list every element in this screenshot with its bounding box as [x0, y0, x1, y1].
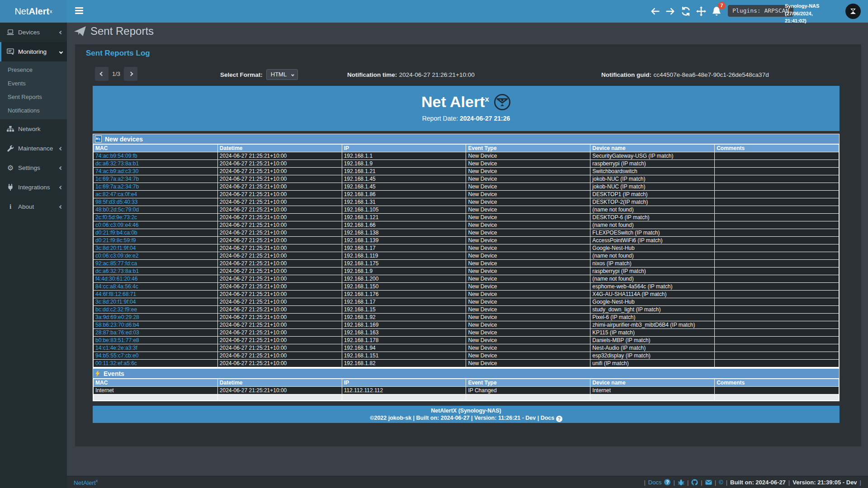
- mac-address-link[interactable]: dc:a6:32:73:8a:b1: [95, 268, 139, 274]
- table-cell: [715, 214, 839, 221]
- table-cell: 192.168.1.105: [342, 206, 466, 214]
- bug-report-icon[interactable]: [678, 479, 684, 486]
- mac-address-link[interactable]: d0:21:f9:b4:ca:0b: [95, 230, 137, 236]
- table-row: d0:21:f9:8c:59:f92024-06-27 21:25:21+10:…: [94, 237, 839, 244]
- mac-address-link[interactable]: ac:82:47:ca:0f:e4: [95, 191, 137, 197]
- sidebar-item-network[interactable]: Network: [0, 119, 67, 139]
- table-cell: 192.168.1.151: [342, 352, 466, 360]
- new-devices-title: New devices: [105, 136, 143, 143]
- notification-count-badge[interactable]: 7: [718, 2, 726, 9]
- column-header: Event Type: [466, 379, 590, 387]
- table-cell: 3c:8d:20:f1:9f:04: [94, 298, 218, 306]
- sidebar-item-maintenance[interactable]: Maintenance: [0, 139, 67, 158]
- sidebar-item-integrations[interactable]: Integrations: [0, 178, 67, 197]
- sidebar-item-monitoring[interactable]: Monitoring: [0, 42, 67, 61]
- report-title-sup: x: [485, 95, 489, 103]
- mail-icon[interactable]: [705, 479, 712, 486]
- table-row: dc:a6:32:73:8a:b12024-06-27 21:25:21+10:…: [94, 267, 839, 275]
- table-cell: 84:cc:a8:4a:56:4c: [94, 283, 218, 291]
- table-row: 1c:69:7a:a2:34:7b2024-06-27 21:25:21+10:…: [94, 183, 839, 191]
- mac-address-link[interactable]: 1c:69:7a:a2:34:7b: [95, 176, 139, 182]
- github-icon[interactable]: [691, 479, 698, 486]
- table-cell: raspberrypi (IP match): [590, 267, 715, 275]
- table-cell: 3c:8d:20:f1:9f:04: [94, 244, 218, 252]
- sidebar-item-sent-reports[interactable]: Sent Reports: [0, 90, 67, 104]
- copyright-icon[interactable]: ©: [719, 479, 723, 486]
- mac-address-link[interactable]: 98:5f:d3:d5:40:33: [95, 199, 137, 205]
- table-cell: 192.168.1.31: [342, 198, 466, 206]
- mac-address-link[interactable]: 3c:8d:20:f1:9f:04: [95, 299, 136, 305]
- mac-address-link[interactable]: 3c:8d:20:f1:9f:04: [95, 245, 136, 251]
- mac-address-link[interactable]: 44:6f:f8:12:68:71: [95, 291, 136, 297]
- column-header: MAC: [94, 145, 218, 152]
- mac-address-link[interactable]: 14:c1:4e:2e:a3:3f: [95, 345, 137, 351]
- mac-address-link[interactable]: 1c:69:7a:a2:34:7b: [95, 183, 139, 190]
- table-cell: 192.168.1.121: [342, 214, 466, 221]
- mac-address-link[interactable]: 00:11:32:ef:a5:6c: [95, 360, 137, 366]
- sidebar-item-notifications[interactable]: Notifications: [0, 104, 67, 117]
- table-cell: [715, 329, 839, 337]
- mac-address-link[interactable]: 92:ac:85:77:fd:ca: [95, 260, 137, 267]
- mac-address-link[interactable]: b0:be:83:51:77:e8: [95, 337, 139, 343]
- forward-arrow-icon[interactable]: [665, 6, 675, 16]
- mac-address-link[interactable]: 84:cc:a8:4a:56:4c: [95, 283, 138, 290]
- mac-address-link[interactable]: 94:b5:55:c7:cb:e0: [95, 352, 138, 359]
- mac-address-link[interactable]: dc:a6:32:73:8a:b1: [95, 160, 139, 167]
- move-icon[interactable]: [696, 6, 706, 16]
- page-title: Sent Reports: [90, 25, 154, 38]
- mac-address-link[interactable]: c0:06:c3:09:e4:46: [95, 222, 138, 228]
- mac-address-link[interactable]: 74:ac:b9:ad:c3:30: [95, 168, 138, 174]
- table-cell: 192.168.1.15: [342, 306, 466, 314]
- table-cell: 2024-06-27 21:25:21+10:00: [217, 260, 342, 267]
- docs-link[interactable]: Docs: [648, 479, 662, 486]
- footer-brand[interactable]: NetAlertx: [74, 479, 98, 486]
- sidebar-item-about[interactable]: i About: [0, 197, 67, 216]
- sidebar-item-label: About: [18, 203, 60, 210]
- table-cell: [715, 344, 839, 352]
- events-table: MACDatetimeIPEvent TypeDevice nameCommen…: [93, 379, 839, 401]
- page-indicator: 1/3: [112, 70, 120, 77]
- next-page-button[interactable]: [124, 67, 137, 81]
- table-row: 94:b5:55:c7:cb:e02024-06-27 21:25:21+10:…: [94, 352, 839, 360]
- brand-net: Net: [14, 6, 28, 17]
- mac-address-link[interactable]: 48:b0:2d:5c:79:0d: [95, 206, 139, 213]
- table-row: 00:11:32:ef:a5:6c2024-06-27 21:25:21+10:…: [94, 360, 839, 367]
- refresh-icon[interactable]: [681, 6, 691, 16]
- monitoring-submenu: Presence Events Sent Reports Notificatio…: [0, 61, 67, 119]
- user-avatar[interactable]: [845, 4, 861, 19]
- table-cell: 2024-06-27 21:25:21+10:00: [217, 387, 342, 394]
- mac-address-link[interactable]: 3a:9d:69:e0:29:28: [95, 314, 139, 320]
- sidebar-item-presence[interactable]: Presence: [0, 63, 67, 77]
- plugins-badge[interactable]: Plugins: ARPSCAN: [728, 5, 793, 17]
- mac-address-link[interactable]: bc:dd:c2:32:f9:ee: [95, 306, 137, 313]
- docs-question-icon[interactable]: ?: [556, 416, 562, 422]
- mac-address-link[interactable]: d0:21:f9:8c:59:f9: [95, 237, 136, 244]
- table-cell: 192.168.1.17: [342, 298, 466, 306]
- table-cell: d0:21:f9:8c:59:f9: [94, 237, 218, 244]
- sidebar-item-devices[interactable]: Devices: [0, 23, 67, 42]
- mac-address-link[interactable]: f4:4d:30:61:20:46: [95, 276, 137, 282]
- table-cell: 2024-06-27 21:25:21+10:00: [217, 275, 342, 283]
- sidebar-item-settings[interactable]: ⚙ Settings: [0, 158, 67, 178]
- mac-address-link[interactable]: 58:b6:23:70:d6:b4: [95, 322, 139, 328]
- table-cell: 192.168.1.9: [342, 160, 466, 168]
- table-cell: 192.168.1.45: [342, 183, 466, 191]
- mac-address-link[interactable]: 28:87:ba:76:ed:03: [95, 329, 139, 336]
- mac-address-link[interactable]: c0:06:c3:09:de:e2: [95, 253, 138, 259]
- brand-logo[interactable]: NetAlertx: [0, 0, 67, 23]
- format-select[interactable]: HTML: [266, 69, 298, 80]
- back-arrow-icon[interactable]: [650, 6, 660, 16]
- top-navbar: NetAlertx 7 Plugins: ARPSCAN Synology-NA…: [0, 0, 868, 23]
- chevron-left-icon: [59, 30, 63, 34]
- mac-address-link[interactable]: 2c:f0:5d:9e:73:2c: [95, 214, 137, 221]
- table-cell: 2024-06-27 21:25:21+10:00: [217, 291, 342, 298]
- sidebar-item-events[interactable]: Events: [0, 77, 67, 90]
- table-cell: Google-Nest-Hub: [590, 298, 715, 306]
- help-question-icon[interactable]: ?: [664, 479, 670, 485]
- table-cell: New Device: [466, 275, 590, 283]
- report-footer: NetAlertX (Synology-NAS) ©2022 jokob-sk …: [93, 406, 840, 423]
- mac-address-link[interactable]: 74:ac:b9:54:09:fb: [95, 153, 137, 159]
- table-cell: SecurityGateway-USG (IP match): [590, 152, 715, 160]
- previous-page-button[interactable]: [95, 67, 108, 81]
- sidebar-toggle-button[interactable]: [75, 7, 84, 15]
